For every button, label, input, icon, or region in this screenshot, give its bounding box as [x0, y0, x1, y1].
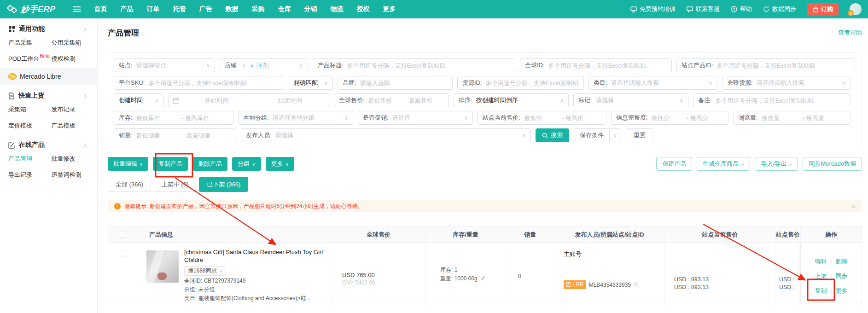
tab-delisted[interactable]: 已下架 (366) — [199, 177, 248, 192]
filter-platform-sku-input[interactable] — [148, 80, 279, 87]
tab-listed[interactable]: 上架中 (0) — [154, 177, 197, 192]
edit-weight-icon[interactable] — [480, 276, 485, 281]
create-product-button[interactable]: 创建产品 — [656, 157, 692, 171]
filter-info-score[interactable]: 信息完整度:- — [611, 111, 728, 125]
group-button[interactable]: 分组∨ — [232, 157, 261, 171]
filter-views[interactable]: 浏览量:- — [733, 111, 851, 125]
filter-mark[interactable]: 标记:请选择∨ — [573, 93, 688, 107]
filter-remark[interactable]: 备注: — [693, 93, 851, 107]
nav-help[interactable]: ?帮助 — [731, 5, 752, 13]
filter-site-product-id-input[interactable] — [717, 62, 850, 69]
filter-views-min-input[interactable] — [762, 115, 801, 122]
action-link-sync[interactable]: 同步 — [836, 272, 848, 280]
nav-item-order[interactable]: 订单 — [147, 5, 160, 13]
shop-remove-tag[interactable]: x — [250, 62, 254, 69]
filter-local-group[interactable]: 本地分组:请选择本地分组∨ — [238, 111, 353, 125]
avatar[interactable]: V — [850, 3, 862, 15]
sidebar-item-publish-record[interactable]: 发布记录 — [52, 105, 95, 114]
platform-selector-mercado-libre[interactable]: Mercado Libre — [0, 68, 97, 85]
batch-edit-button[interactable]: 批量编辑∨ — [108, 157, 148, 171]
sync-mercado-button[interactable]: 同步Mercado数据 — [803, 157, 862, 171]
nav-item-ads[interactable]: 广告 — [199, 5, 212, 13]
filter-site-price[interactable]: 站点当前售价:- — [478, 111, 606, 125]
action-link-delete[interactable]: 删除 — [836, 257, 848, 266]
nav-item-distribution[interactable]: 分销 — [304, 5, 317, 13]
filter-source-id[interactable]: 货源ID: — [457, 76, 584, 90]
nav-free-training[interactable]: 免费预约培训 — [630, 5, 676, 13]
filter-promotion[interactable]: 是否促销:请选择∨ — [358, 111, 473, 125]
filter-date-range[interactable]: - — [168, 93, 329, 107]
filter-shop[interactable]: 店铺∨x+ 1∨ — [220, 58, 308, 72]
sidebar-item-product-management[interactable]: 产品管理 — [8, 155, 52, 163]
filter-sales-min-input[interactable] — [136, 132, 181, 139]
action-link-copy[interactable]: 复制 — [815, 287, 827, 295]
sidebar-item-public-collect-box[interactable]: 公用采集箱 — [52, 39, 95, 47]
filter-global-id[interactable]: 全球ID: — [520, 58, 672, 72]
filter-sales[interactable]: 销量:- — [114, 128, 236, 142]
sidebar-item-batch-modify[interactable]: 批量修改 — [52, 155, 95, 163]
filter-views-max-input[interactable] — [806, 115, 845, 122]
action-link-edit[interactable]: 编辑 — [815, 257, 827, 266]
sidebar-item-infringement-check[interactable]: 侵权检测 — [52, 55, 95, 63]
filter-publisher[interactable]: 发布人员:请选择∨ — [241, 128, 531, 142]
nav-item-home[interactable]: 首页 — [94, 5, 107, 13]
filter-global-price[interactable]: 全球售价:- — [334, 93, 449, 107]
search-1688-button[interactable]: 搜1688同款 ∨ — [184, 266, 226, 276]
more-button[interactable]: 更多∨ — [266, 157, 294, 171]
filter-stock[interactable]: 库存:- — [114, 111, 233, 125]
filter-brand[interactable]: 品牌: — [338, 76, 453, 90]
sidebar-item-forbidden-word-check[interactable]: 违禁词检测 — [52, 171, 95, 179]
sidebar-item-collect-box[interactable]: 采集箱 — [8, 105, 52, 114]
app-logo[interactable]: 妙手ERP — [6, 4, 56, 15]
filter-info-score-min-input[interactable] — [652, 115, 685, 122]
filter-site-price-max-input[interactable] — [565, 115, 601, 122]
generate-warehouse-product-button[interactable]: 生成仓库商品∨ — [697, 157, 750, 171]
reset-button[interactable]: 重置 — [626, 128, 653, 142]
filter-linked-source[interactable]: 关联货源:请选择或输入搜索∨ — [722, 76, 851, 90]
filter-site[interactable]: 站点:请选择站点∨ — [114, 58, 215, 72]
filter-platform-sku[interactable]: 平台SKU: — [114, 76, 284, 90]
nav-item-logistics[interactable]: 物流 — [331, 5, 344, 13]
sidebar-item-product-template[interactable]: 产品模板 — [52, 122, 95, 130]
nav-item-authorization[interactable]: 授权 — [357, 5, 370, 13]
sidebar-section-header[interactable]: 在线产品∧ — [0, 134, 97, 154]
filter-sales-max-input[interactable] — [186, 132, 231, 139]
delete-product-button[interactable]: 删除产品 — [192, 157, 227, 171]
sidebar-section-header[interactable]: 通用功能∧ — [0, 18, 97, 38]
nav-item-purchase[interactable]: 采购 — [252, 5, 265, 13]
filter-stock-min-input[interactable] — [136, 115, 180, 122]
nav-item-hosting[interactable]: 托管 — [173, 5, 186, 13]
row-checkbox[interactable] — [120, 250, 126, 256]
action-link-more[interactable]: 更多 — [836, 287, 848, 295]
filter-info-score-max-input[interactable] — [690, 115, 723, 122]
filter-brand-input[interactable] — [360, 80, 448, 87]
select-all-checkbox[interactable] — [120, 232, 126, 238]
import-export-button[interactable]: 导入/导出∨ — [755, 157, 798, 171]
tab-all[interactable]: 全部 (366) — [108, 177, 151, 192]
nav-item-warehouse[interactable]: 仓库 — [278, 5, 291, 13]
start-date-input[interactable] — [183, 97, 250, 104]
sidebar-item-product-collect[interactable]: 产品采集 — [8, 39, 52, 47]
search-button[interactable]: 搜索 — [536, 128, 569, 142]
sidebar-item-pricing-template[interactable]: 定价模板 — [8, 122, 52, 130]
filter-remark-input[interactable] — [716, 97, 845, 104]
filter-site-price-min-input[interactable] — [524, 115, 560, 122]
copy-link-icon[interactable] — [634, 283, 638, 287]
filter-exact-match[interactable]: 精确匹配∨ — [289, 76, 333, 90]
filter-product-title[interactable]: 产品标题: — [313, 58, 515, 72]
close-icon[interactable]: × — [851, 203, 856, 210]
filter-category[interactable]: 类目:请选择或输入搜索∨ — [588, 76, 717, 90]
sidebar-section-header[interactable]: 快速上货∧ — [0, 85, 97, 104]
copy-product-button[interactable]: 复制产品 — [153, 157, 188, 171]
filter-time-type[interactable]: 创建时间∨ — [114, 93, 163, 107]
nav-item-data[interactable]: 数据 — [226, 5, 239, 13]
hamburger-menu-icon[interactable] — [73, 6, 81, 12]
filter-global-id-input[interactable] — [548, 62, 667, 69]
filter-global-price-max-input[interactable] — [409, 97, 444, 104]
filter-site-product-id[interactable]: 站点产品ID: — [676, 58, 855, 72]
sidebar-item-export-record[interactable]: 导出记录 — [8, 171, 52, 179]
nav-contact-support[interactable]: 联系客服 — [687, 5, 720, 13]
filter-global-price-min-input[interactable] — [368, 97, 403, 104]
subscribe-button[interactable]: 订购 — [807, 3, 839, 16]
end-date-input[interactable] — [256, 97, 324, 104]
